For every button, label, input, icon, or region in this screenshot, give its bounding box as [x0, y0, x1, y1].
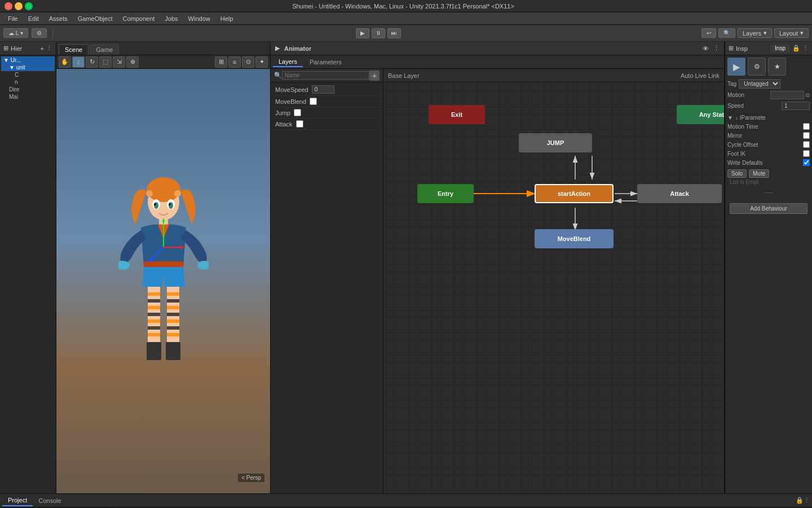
- scene-viewport[interactable]: < Persp: [56, 69, 270, 493]
- state-jump[interactable]: JUMP: [519, 133, 592, 152]
- params-add-btn[interactable]: +: [369, 71, 379, 81]
- inspector-iparameters-header[interactable]: ▼ ↓ IParamete: [727, 113, 810, 122]
- param-moveblend-label: MoveBlend: [275, 98, 306, 105]
- param-attack[interactable]: Attack: [272, 119, 382, 130]
- bottom-tabs: Project Console 🔒 ⋮: [0, 494, 812, 507]
- hierarchy-add-btn[interactable]: +: [41, 45, 44, 52]
- inspector-write-defaults-checkbox[interactable]: [803, 159, 810, 166]
- tab-console[interactable]: Console: [33, 496, 67, 506]
- inspector-menu-icon[interactable]: ⋮: [802, 45, 809, 52]
- tab-game[interactable]: Game: [90, 44, 119, 55]
- tab-project[interactable]: Project: [2, 495, 33, 506]
- menu-help[interactable]: Help: [216, 14, 238, 23]
- search-btn[interactable]: 🔍: [718, 28, 735, 38]
- param-moveblend[interactable]: MoveBlend: [272, 96, 382, 107]
- inspector-lock-icon[interactable]: 🔒: [792, 45, 800, 52]
- toolbar-cloud-btn[interactable]: ☁ L ▾: [3, 28, 28, 38]
- inspector-solo-btn[interactable]: Solo: [727, 169, 747, 178]
- undo-btn[interactable]: ↩: [701, 28, 716, 38]
- maximize-button[interactable]: □: [25, 2, 33, 10]
- inspector-motion-label: Motion: [727, 92, 744, 98]
- param-moveblend-checkbox[interactable]: [310, 98, 317, 105]
- params-list: MoveSpeed MoveBlend Jump Attack: [271, 82, 383, 493]
- animator-header: ▶ Animator 👁 ⋮: [271, 42, 724, 55]
- pause-button[interactable]: ⏸: [372, 28, 385, 38]
- inspector-mute-btn[interactable]: Mute: [749, 169, 769, 178]
- state-moveblend[interactable]: MoveBlend: [535, 229, 614, 248]
- scene-gizmo-btn[interactable]: ⊞: [215, 56, 227, 68]
- layers-chevron-icon: ▾: [764, 29, 767, 37]
- tool-rotate[interactable]: ↻: [86, 56, 98, 68]
- state-entry[interactable]: Entry: [417, 184, 474, 203]
- window-controls[interactable]: × − □: [5, 2, 33, 10]
- param-movespeed[interactable]: MoveSpeed: [272, 84, 382, 96]
- param-movespeed-input[interactable]: [312, 85, 334, 94]
- layout-dropdown[interactable]: Layout ▾: [774, 28, 809, 38]
- scene-fx-btn[interactable]: ✦: [255, 56, 268, 68]
- bottom-panel-menu-icon[interactable]: ⋮: [804, 497, 810, 504]
- svg-rect-18: [148, 306, 160, 309]
- graph-wrapper: Exit Any State JUMP Entry: [383, 82, 724, 493]
- state-startaction[interactable]: startAction: [535, 184, 614, 203]
- tool-scale[interactable]: ⬚: [99, 56, 112, 68]
- inspector-motion-circle-icon[interactable]: ⊙: [805, 92, 810, 98]
- inspector-speed-input[interactable]: [782, 102, 810, 110]
- inspector-panel: ⊞ Insp Insp 🔒 ⋮ ▶ ⚙ ★ Tag Untagged: [725, 42, 812, 493]
- layers-dropdown[interactable]: Layers ▾: [738, 28, 772, 38]
- menu-edit[interactable]: Edit: [24, 14, 43, 23]
- tab-layers[interactable]: Layers: [273, 57, 303, 67]
- menu-component[interactable]: Component: [118, 14, 159, 23]
- hierarchy-header: ⊞ Hier + ⋮: [0, 42, 56, 55]
- hierarchy-item-n[interactable]: n: [1, 78, 55, 86]
- animator-header-icon: ▶: [275, 45, 280, 52]
- menu-window[interactable]: Window: [184, 14, 215, 23]
- right-tab-insp[interactable]: Insp: [770, 44, 790, 52]
- inspector-motion-input[interactable]: [770, 91, 804, 99]
- tool-move[interactable]: ↕: [72, 56, 85, 68]
- tab-parameters[interactable]: Parameters: [304, 58, 347, 67]
- play-button[interactable]: ▶: [356, 28, 369, 38]
- hierarchy-item-ur[interactable]: ▼ Ur...: [1, 56, 55, 64]
- svg-point-1: [147, 177, 180, 202]
- hierarchy-item-mai[interactable]: Mai: [1, 93, 55, 100]
- add-behaviour-btn[interactable]: Add Behaviour: [730, 203, 807, 214]
- step-button[interactable]: ⏭: [387, 28, 401, 38]
- state-anystate[interactable]: Any State: [677, 105, 724, 124]
- inspector-tag-dropdown[interactable]: Untagged: [739, 79, 780, 89]
- inspector-motion-time-checkbox[interactable]: [803, 123, 810, 130]
- state-attack[interactable]: Attack ⇄: [637, 184, 722, 203]
- hierarchy-item-dire[interactable]: Dire: [1, 86, 55, 93]
- menu-assets[interactable]: Assets: [45, 14, 72, 23]
- param-jump-checkbox[interactable]: [294, 109, 301, 116]
- hierarchy-item-c[interactable]: C: [1, 71, 55, 78]
- graph-area[interactable]: Base Layer Auto Live Link: [383, 69, 724, 493]
- tool-rect[interactable]: ⇲: [113, 56, 125, 68]
- minimize-button[interactable]: −: [15, 2, 23, 10]
- menu-jobs[interactable]: Jobs: [160, 14, 182, 23]
- svg-point-6: [154, 202, 158, 209]
- base-layer-label: Base Layer: [388, 72, 420, 79]
- inspector-cycle-offset-checkbox[interactable]: [803, 141, 810, 148]
- bottom-panel-lock-icon[interactable]: 🔒: [796, 497, 804, 504]
- animator-lock-btn[interactable]: ⋮: [713, 45, 720, 52]
- inspector-motion-row: Motion ⊙: [727, 90, 810, 100]
- tool-hand[interactable]: ✋: [59, 56, 71, 68]
- hierarchy-menu-btn[interactable]: ⋮: [46, 45, 52, 52]
- scene-view-btn[interactable]: ≡: [228, 56, 241, 68]
- scene-cam-btn[interactable]: ⊙: [242, 56, 254, 68]
- inspector-foot-ik-checkbox[interactable]: [803, 150, 810, 157]
- state-exit[interactable]: Exit: [429, 105, 485, 124]
- menu-gameobject[interactable]: GameObject: [73, 14, 117, 23]
- hierarchy-item-unit[interactable]: ▼ unit: [1, 64, 55, 71]
- inspector-mirror-checkbox[interactable]: [803, 132, 810, 139]
- toolbar-settings-btn[interactable]: ⚙: [32, 28, 47, 38]
- param-attack-checkbox[interactable]: [296, 120, 303, 128]
- tool-transform[interactable]: ⊕: [126, 56, 139, 68]
- params-search-input[interactable]: [282, 71, 369, 80]
- state-moveblend-label: MoveBlend: [558, 235, 591, 242]
- animator-eye-btn[interactable]: 👁: [703, 45, 709, 52]
- param-jump[interactable]: Jump: [272, 107, 382, 119]
- tab-scene[interactable]: Scene: [59, 44, 89, 55]
- close-button[interactable]: ×: [5, 2, 12, 10]
- menu-file[interactable]: File: [3, 14, 23, 23]
